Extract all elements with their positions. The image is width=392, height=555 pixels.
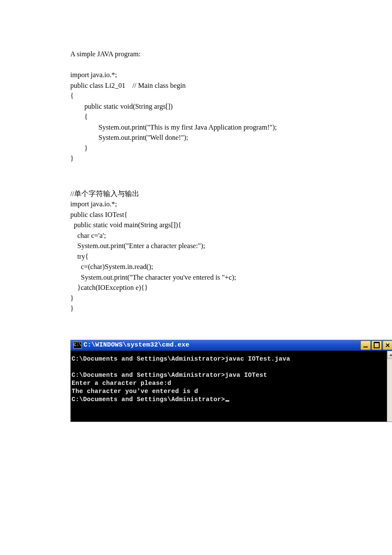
code-line: System.out.print("The character you've e… bbox=[70, 273, 236, 281]
code-line: A simple JAVA program: bbox=[70, 50, 141, 58]
code-line: public static void(String args[]) bbox=[70, 102, 173, 110]
code-line: { bbox=[70, 92, 74, 100]
code-line: } bbox=[70, 144, 88, 152]
cmd-line: The character you've entered is d bbox=[72, 388, 198, 395]
code-line: { bbox=[70, 113, 88, 121]
code-line: System.out.print("This is my first Java … bbox=[70, 123, 277, 131]
code-block-1: A simple JAVA program: import java.io.*;… bbox=[70, 49, 322, 164]
cmd-line: C:\Documents and Settings\Administrator>… bbox=[72, 372, 267, 379]
cmd-titlebar[interactable]: C:\ C:\WINDOWS\system32\cmd.exe ✕ bbox=[71, 340, 392, 351]
code-line: }catch(IOException e){} bbox=[70, 283, 148, 292]
code-line: char c='a'; bbox=[70, 231, 106, 240]
code-line: } bbox=[70, 154, 74, 162]
code-line: } bbox=[70, 304, 74, 312]
minimize-icon bbox=[363, 347, 368, 347]
code-line: import java.io.*; bbox=[70, 71, 117, 79]
close-icon: ✕ bbox=[385, 342, 390, 348]
cmd-window: C:\ C:\WINDOWS\system32\cmd.exe ✕ C:\Doc… bbox=[70, 340, 392, 422]
close-button[interactable]: ✕ bbox=[383, 341, 392, 350]
maximize-button[interactable] bbox=[372, 341, 382, 350]
scroll-up-button[interactable] bbox=[387, 351, 392, 359]
scroll-track[interactable] bbox=[387, 359, 392, 422]
minimize-button[interactable] bbox=[360, 341, 371, 350]
code-line: System.out.print("Enter a character plea… bbox=[70, 242, 205, 250]
code-block-2: //单个字符输入与输出 import java.io.*; public cla… bbox=[70, 189, 322, 314]
code-line: //单个字符输入与输出 bbox=[70, 190, 139, 198]
code-line: public static void main(String args[]){ bbox=[70, 221, 182, 229]
code-line: public class IOTest{ bbox=[70, 211, 127, 219]
svg-marker-0 bbox=[389, 354, 392, 356]
code-line: } bbox=[70, 294, 74, 302]
code-line: import java.io.*; bbox=[70, 200, 117, 208]
cmd-line: C:\Documents and Settings\Administrator>… bbox=[72, 356, 290, 362]
document-page: A simple JAVA program: import java.io.*;… bbox=[0, 0, 392, 422]
cmd-line: Enter a character please:d bbox=[72, 380, 171, 387]
cursor-icon bbox=[225, 400, 229, 402]
cmd-line: C:\Documents and Settings\Administrator> bbox=[72, 396, 225, 403]
code-line: public class Li2_01 // Main class begin bbox=[70, 81, 186, 90]
arrow-up-icon bbox=[389, 353, 392, 357]
code-line: c=(char)System.in.read(); bbox=[70, 263, 153, 271]
maximize-icon bbox=[374, 342, 380, 348]
code-line: try{ bbox=[70, 252, 89, 260]
cmd-window-title: C:\WINDOWS\system32\cmd.exe bbox=[84, 341, 360, 349]
cmd-app-icon: C:\ bbox=[73, 342, 82, 349]
cmd-scrollbar[interactable] bbox=[387, 351, 392, 422]
code-line: System.out.print("Well done!"); bbox=[70, 133, 188, 142]
cmd-output[interactable]: C:\Documents and Settings\Administrator>… bbox=[71, 351, 387, 422]
window-buttons: ✕ bbox=[360, 341, 392, 350]
